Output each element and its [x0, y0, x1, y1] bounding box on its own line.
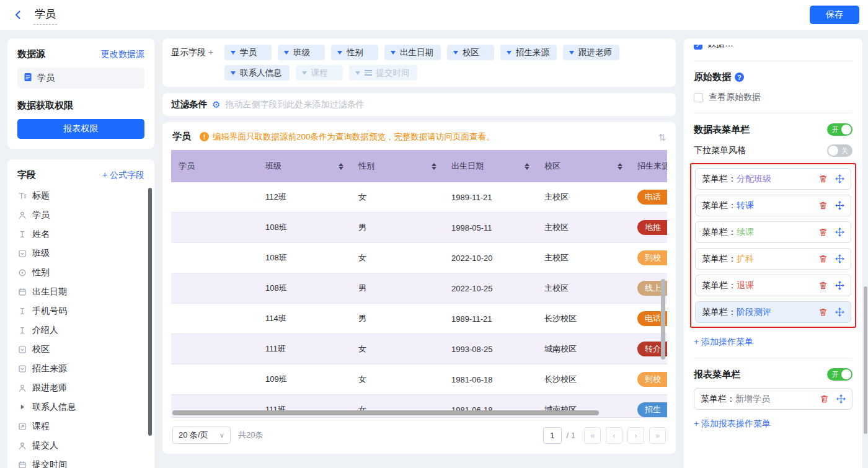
menu-bar-item[interactable]: 菜单栏：扩科 [695, 248, 851, 270]
page-number-input[interactable] [543, 427, 562, 444]
field-item[interactable]: 姓名 [17, 224, 144, 244]
field-item[interactable]: 提交时间 [17, 455, 144, 468]
drag-move-icon[interactable] [835, 174, 844, 183]
display-field-chip[interactable]: 性别 [331, 45, 378, 60]
report-permission-button[interactable]: 报表权限 [17, 119, 144, 139]
add-formula-field-link[interactable]: + 公式字段 [102, 170, 144, 181]
display-field-chip-label: 招生来源 [516, 47, 549, 58]
save-button[interactable]: 保存 [810, 6, 859, 24]
field-item-label: 标题 [32, 190, 50, 201]
column-sort-icon[interactable] [339, 163, 343, 170]
datasource-item[interactable]: 学员 [17, 68, 144, 89]
field-item[interactable]: 手机号码 [17, 301, 144, 320]
field-item[interactable]: 招生来源 [17, 359, 144, 378]
table-cell: 主校区 [537, 243, 630, 273]
display-field-chip[interactable]: 班级 [278, 45, 325, 60]
menu-bar-item[interactable]: 菜单栏：分配班级 [695, 168, 851, 190]
page-title: 学员 [33, 6, 57, 25]
field-item[interactable]: 班级 [17, 244, 144, 263]
field-item[interactable]: 介绍人 [17, 320, 144, 340]
menu-item-label: 退课 [737, 280, 754, 291]
drag-move-icon[interactable] [835, 307, 844, 317]
change-datasource-link[interactable]: 更改数据源 [101, 49, 144, 60]
help-icon[interactable]: ? [735, 73, 744, 82]
first-page-icon[interactable]: « [584, 427, 601, 444]
display-field-chip[interactable]: 出生日期 [384, 45, 441, 60]
menu-bar-item[interactable]: 菜单栏：退课 [695, 275, 851, 296]
column-sort-icon[interactable] [525, 163, 529, 170]
gear-icon[interactable]: ⚙ [212, 99, 220, 110]
field-item[interactable]: 课程 [17, 417, 144, 436]
field-item[interactable]: 学员 [17, 205, 144, 224]
table-row[interactable]: 108班男2022-10-25主校区线上 [171, 273, 667, 304]
drag-move-icon[interactable] [835, 227, 844, 237]
table-row[interactable]: 114班男1989-11-21长沙校区电话 [171, 304, 667, 334]
display-field-chip[interactable]: 联系人信息 [224, 65, 290, 81]
table-header-row: 学员班级性别出生日期校区招生来源 [171, 150, 667, 182]
display-field-chip[interactable]: 提交时间 [349, 65, 417, 81]
display-field-chip[interactable]: 学员 [224, 45, 272, 60]
table-cell [171, 304, 258, 333]
fields-scrollbar[interactable] [148, 188, 152, 436]
field-item[interactable]: 性别 [17, 263, 144, 282]
back-icon[interactable] [11, 8, 25, 22]
drag-move-icon[interactable] [835, 201, 844, 210]
drag-move-icon[interactable] [835, 254, 844, 263]
menu-item-actions [818, 281, 844, 290]
report-menu-toggle[interactable]: 开 [827, 368, 852, 381]
table-cell [171, 334, 258, 364]
divider [694, 61, 852, 61]
dropdown-style-toggle[interactable]: 关 [827, 144, 852, 157]
field-item[interactable]: 联系人信息 [17, 397, 144, 417]
delete-icon[interactable] [820, 394, 829, 404]
sort-order-icon[interactable]: ⇅ [658, 132, 666, 143]
view-raw-data-checkbox[interactable] [694, 93, 703, 102]
display-field-chip[interactable]: 跟进老师 [563, 45, 619, 60]
menu-bar-item[interactable]: 菜单栏：新增学员 [694, 388, 852, 410]
delete-icon[interactable] [818, 281, 828, 290]
field-item[interactable]: 跟进老师 [17, 378, 144, 397]
table-menu-toggle[interactable]: 开 [827, 123, 852, 136]
delete-icon[interactable] [818, 174, 828, 183]
field-item[interactable]: 校区 [17, 340, 144, 359]
drag-move-icon[interactable] [836, 394, 846, 404]
delete-icon[interactable] [818, 307, 828, 317]
chevron-down-icon [355, 71, 360, 75]
table-row[interactable]: 109班女1981-06-18长沙校区到校 [171, 364, 667, 395]
delete-icon[interactable] [818, 227, 828, 237]
table-row[interactable]: 108班男1998-05-11主校区地推 [171, 213, 667, 243]
prev-page-icon[interactable]: ‹ [606, 427, 622, 444]
menu-item-label: 扩科 [737, 254, 754, 265]
checkbox-checked[interactable]: ✓ [694, 45, 702, 50]
menu-bar-item[interactable]: 菜单栏：转课 [695, 195, 851, 216]
display-field-chip[interactable]: 课程 [296, 65, 343, 81]
delete-icon[interactable] [818, 201, 828, 210]
display-field-chip[interactable]: 校区 [447, 45, 494, 60]
field-item[interactable]: 出生日期 [17, 282, 144, 301]
add-action-menu-link[interactable]: + 添加操作菜单 [694, 337, 852, 348]
column-label: 校区 [544, 161, 560, 172]
table-row[interactable]: 108班女2022-10-20主校区到校 [171, 243, 667, 273]
column-sort-icon[interactable] [432, 163, 436, 170]
menu-item-actions [818, 307, 844, 317]
column-sort-icon[interactable] [618, 163, 622, 170]
calendar-icon [17, 288, 27, 296]
next-page-icon[interactable]: › [627, 427, 644, 444]
table-row[interactable]: 111班女1993-08-25城南校区转介 [171, 334, 667, 364]
table-cell: 长沙校区 [537, 304, 630, 333]
menu-bar-item[interactable]: 菜单栏：阶段测评 [695, 301, 851, 323]
add-display-field-icon[interactable]: + [208, 47, 213, 57]
page-size-select[interactable]: 20 条/页 ∨ [172, 426, 231, 444]
add-report-action-menu-link[interactable]: + 添加报表操作菜单 [694, 418, 852, 430]
table-row[interactable]: 112班女1989-11-21主校区电话 [171, 182, 667, 213]
field-item[interactable]: 提交人 [17, 436, 144, 455]
menu-bar-item[interactable]: 菜单栏：续课 [695, 221, 851, 243]
field-item[interactable]: 标题 [17, 186, 144, 205]
window-scrollbar[interactable] [864, 286, 867, 434]
display-field-chip[interactable]: 招生来源 [500, 45, 557, 60]
drag-move-icon[interactable] [835, 281, 844, 290]
last-page-icon[interactable]: » [649, 427, 666, 444]
table-vertical-scrollbar[interactable] [661, 279, 665, 360]
delete-icon[interactable] [818, 254, 828, 263]
horizontal-scrollbar[interactable] [172, 410, 599, 415]
